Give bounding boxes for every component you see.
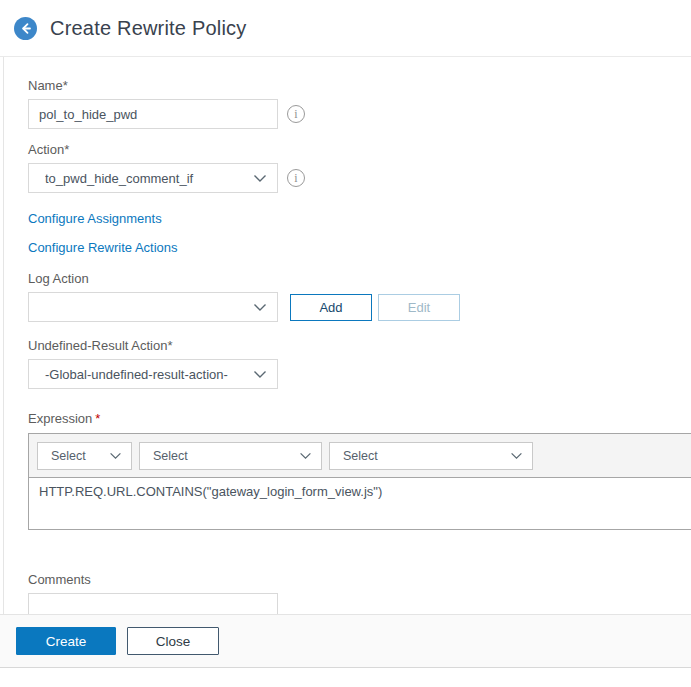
action-select[interactable]: to_pwd_hide_comment_if: [28, 163, 278, 193]
info-icon[interactable]: i: [287, 105, 305, 123]
back-button[interactable]: [14, 17, 37, 40]
chevron-down-icon: [510, 452, 523, 460]
expression-select-1-value: Select: [51, 449, 103, 463]
action-select-value: to_pwd_hide_comment_if: [45, 171, 247, 186]
expression-toolbar: Select Select Select: [28, 433, 691, 478]
back-arrow-icon: [19, 22, 32, 35]
edit-button[interactable]: Edit: [378, 294, 460, 321]
expression-select-2-value: Select: [153, 449, 293, 463]
chevron-down-icon: [253, 174, 267, 183]
expression-label: Expression*: [28, 411, 691, 426]
name-label: Name*: [28, 78, 691, 93]
add-button[interactable]: Add: [290, 294, 372, 321]
chevron-down-icon: [253, 370, 267, 379]
log-action-select[interactable]: [28, 292, 278, 322]
required-asterisk: *: [95, 411, 100, 426]
log-action-label: Log Action: [28, 271, 691, 286]
undefined-result-action-value: -Global-undefined-result-action-: [45, 367, 247, 382]
configure-rewrite-actions-link[interactable]: Configure Rewrite Actions: [28, 240, 691, 255]
name-input[interactable]: [28, 99, 278, 129]
expression-select-3-value: Select: [343, 449, 504, 463]
expression-select-1[interactable]: Select: [37, 442, 132, 470]
action-label: Action*: [28, 142, 691, 157]
expression-select-3[interactable]: Select: [329, 442, 533, 470]
chevron-down-icon: [299, 452, 312, 460]
close-button[interactable]: Close: [127, 627, 219, 655]
expression-select-2[interactable]: Select: [139, 442, 322, 470]
footer-button-bar: Create Close: [0, 614, 691, 668]
form-panel: Name* i Action* to_pwd_hide_comment_if i…: [3, 57, 691, 614]
info-icon[interactable]: i: [287, 169, 305, 187]
chevron-down-icon: [109, 452, 122, 460]
comments-label: Comments: [28, 572, 691, 587]
chevron-down-icon: [253, 303, 267, 312]
undefined-result-action-select[interactable]: -Global-undefined-result-action-: [28, 359, 278, 389]
page-title: Create Rewrite Policy: [50, 17, 247, 40]
undefined-result-action-label: Undefined-Result Action*: [28, 338, 691, 353]
configure-assignments-link[interactable]: Configure Assignments: [28, 211, 691, 226]
expression-label-text: Expression: [28, 411, 92, 426]
page-header: Create Rewrite Policy: [0, 0, 691, 57]
expression-textarea[interactable]: HTTP.REQ.URL.CONTAINS("gateway_login_for…: [28, 478, 691, 530]
create-button[interactable]: Create: [16, 627, 116, 655]
